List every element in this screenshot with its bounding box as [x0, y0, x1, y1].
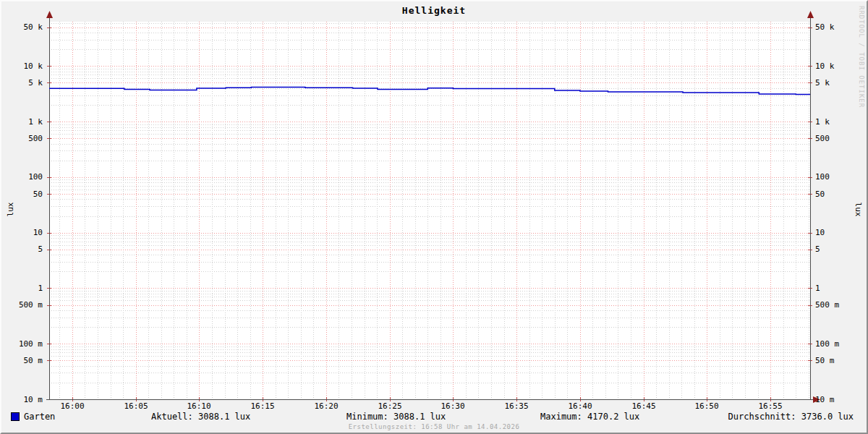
- x-axis-tick-label: 16:35: [491, 401, 542, 411]
- y-axis-arrow-left: [46, 11, 53, 18]
- x-axis-tick-label: 16:20: [301, 401, 352, 411]
- y-axis-tick-label-left: 5 k: [1, 78, 43, 88]
- y-axis-tick-label-left: 50 m: [1, 356, 43, 365]
- y-axis-tick-label-left: 5: [1, 244, 43, 254]
- stat-minimum: Minimum: 3088.1 lux: [346, 412, 446, 422]
- legend-row: Garten Aktuell: 3088.1 lux Minimum: 3088…: [1, 412, 867, 423]
- y-axis-tick-label-left: 1: [1, 284, 43, 293]
- creation-time-caption: Erstellungszeit: 16:58 Uhr am 14.04.2026: [1, 423, 867, 430]
- x-axis-tick-label: 16:10: [174, 401, 224, 411]
- y-axis-tick-label-right: 100: [815, 172, 859, 182]
- stat-durchschnitt: Durchschnitt: 3736.0 lux: [728, 412, 854, 422]
- y-axis-tick-label-left: 1 k: [1, 117, 43, 127]
- y-axis-tick-label-right: 50 k: [815, 22, 859, 32]
- y-axis-tick-label-right: 10 m: [815, 395, 859, 404]
- x-axis-tick-label: 16:30: [427, 401, 478, 411]
- x-axis-tick-label: 16:15: [237, 401, 288, 411]
- y-axis-tick-label-right: 500: [815, 134, 859, 143]
- stat-maximum: Maximum: 4170.2 lux: [540, 412, 639, 422]
- plot-canvas: [1, 1, 867, 433]
- y-axis-tick-label-left: 50: [1, 190, 43, 199]
- rrdtool-graph: Helligkeit lux lux 50 k50 k10 k10 k5 k5 …: [0, 0, 868, 434]
- y-axis-label-right: lux: [854, 201, 863, 218]
- y-axis-tick-label-left: 500: [1, 134, 43, 143]
- stat-aktuell: Aktuell: 3088.1 lux: [151, 412, 250, 422]
- x-axis-tick-label: 16:25: [365, 401, 415, 411]
- y-axis-tick-label-left: 10 m: [1, 395, 43, 404]
- y-axis-tick-label-left: 500 m: [1, 300, 43, 310]
- y-axis-tick-label-left: 10: [1, 228, 43, 237]
- x-axis-tick-label: 16:40: [555, 401, 605, 411]
- y-axis-tick-label-right: 50: [815, 190, 859, 199]
- x-axis-tick-label: 16:05: [111, 401, 161, 411]
- y-axis-arrow-right: [807, 11, 814, 18]
- y-axis-tick-label-left: 100: [1, 172, 43, 182]
- x-axis-tick-label: 16:55: [745, 401, 796, 411]
- x-axis-tick-label: 16:00: [47, 401, 98, 411]
- series-color-swatch: [11, 412, 20, 421]
- y-axis-tick-label-right: 5: [815, 244, 859, 254]
- series-legend-label: Garten: [24, 412, 55, 422]
- y-axis-tick-label-right: 100 m: [815, 339, 859, 349]
- y-axis-tick-label-right: 10 k: [815, 61, 859, 71]
- rrdtool-watermark: RRDTOOL / TOBI OETIKER: [858, 6, 865, 108]
- y-axis-tick-label-right: 10: [815, 228, 859, 237]
- x-axis-tick-label: 16:45: [618, 401, 669, 411]
- x-axis-tick-label: 16:50: [681, 401, 732, 411]
- y-axis-tick-label-right: 5 k: [815, 78, 859, 88]
- y-axis-tick-label-left: 50 k: [1, 22, 43, 32]
- y-axis-tick-label-right: 50 m: [815, 356, 859, 365]
- y-axis-tick-label-right: 1: [815, 284, 859, 293]
- y-axis-tick-label-left: 100 m: [1, 339, 43, 349]
- y-axis-tick-label-right: 1 k: [815, 117, 859, 127]
- y-axis-tick-label-right: 500 m: [815, 300, 859, 310]
- y-axis-label-left: lux: [6, 201, 15, 218]
- y-axis-tick-label-left: 10 k: [1, 61, 43, 71]
